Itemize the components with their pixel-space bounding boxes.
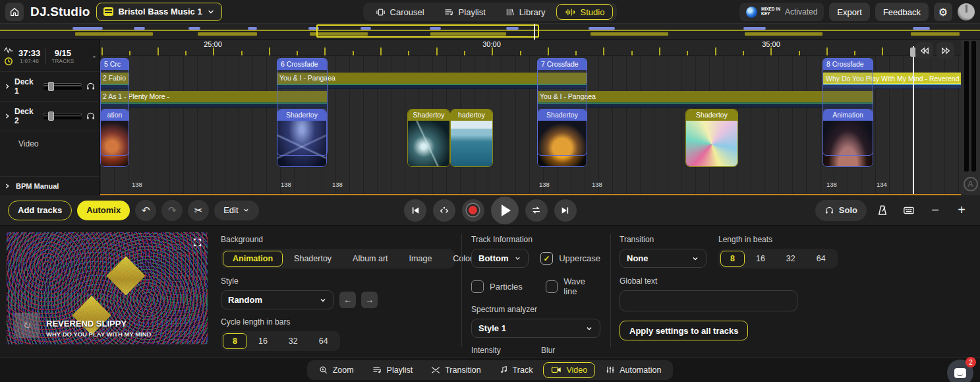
crossfade-block[interactable]: 7 Crossfade [537, 58, 587, 156]
wave-line-checkbox[interactable]: Wave line [546, 276, 600, 296]
transition-dropdown[interactable]: None [620, 249, 706, 268]
edit-menu-button[interactable]: Edit [214, 201, 258, 220]
particles-checkbox[interactable]: Particles [471, 280, 534, 293]
autoscroll-toggle[interactable]: A [964, 177, 978, 191]
home-button[interactable] [5, 3, 24, 21]
length-option-16[interactable]: 16 [746, 251, 775, 267]
feedback-button[interactable]: Feedback [875, 3, 929, 21]
minimap-playhead[interactable] [534, 24, 535, 40]
video-clip[interactable]: hadertoy [450, 109, 493, 167]
cycle-length-option-16[interactable]: 16 [248, 333, 277, 349]
background-option-shadertoy[interactable]: Shadertoy [284, 251, 341, 267]
undo-button[interactable]: ↶ [135, 200, 156, 221]
spectrum-style-value: Style 1 [478, 323, 506, 333]
timeline-ruler[interactable]: 25:0030:0035:00 [100, 40, 980, 56]
keyboard-shortcuts-button[interactable] [898, 200, 919, 221]
headphones-icon[interactable] [86, 82, 96, 91]
solo-button[interactable]: Solo [815, 200, 867, 221]
level-meter: A [961, 40, 980, 195]
panel-tab-track[interactable]: Track [492, 362, 541, 378]
mix-stats: 37:33 1:07:48 9/15 TRACKS - [0, 40, 100, 72]
style-next-button[interactable]: → [361, 292, 378, 308]
jump-forward-button[interactable] [937, 42, 954, 59]
panel-tab-transition[interactable]: Transition [423, 362, 488, 378]
tab-carousel[interactable]: Carousel [367, 4, 433, 20]
record-button[interactable] [462, 199, 484, 222]
mixed-in-key-badge[interactable]: MIXED IN KEY Activated [739, 3, 824, 21]
minimap-viewport[interactable] [316, 24, 539, 38]
global-text-input[interactable] [620, 290, 797, 311]
zoom-out-button[interactable]: − [925, 200, 946, 221]
panel-tabs: ZoomPlaylistTransitionTrackVideoAutomati… [307, 360, 674, 380]
cycle-length-option-32[interactable]: 32 [279, 333, 308, 349]
deck-1-row: Deck 1 [0, 72, 100, 102]
length-option-64[interactable]: 64 [807, 251, 836, 267]
export-button[interactable]: Export [829, 3, 870, 21]
crossfade-block[interactable]: 6 Crossfade [277, 58, 328, 156]
video-clip[interactable]: Shadertoy [407, 109, 450, 167]
skip-to-end-button[interactable] [554, 199, 577, 222]
minimap-crossfade-marker [589, 27, 615, 30]
deck-1-volume-slider[interactable] [43, 82, 82, 90]
cycle-length-options: 8163264 [221, 331, 340, 351]
bpm-label: 138 [592, 181, 602, 188]
jump-back-button[interactable] [915, 42, 933, 59]
zoom-in-button[interactable]: + [951, 200, 972, 221]
chevron-right-icon[interactable] [4, 82, 11, 90]
metronome-button[interactable] [872, 200, 893, 221]
panel-tab-zoom[interactable]: Zoom [311, 362, 362, 378]
uppercase-checkbox[interactable]: ✓Uppercase [540, 252, 600, 265]
project-selector[interactable]: Bristol Bass Music 1 [96, 3, 221, 21]
video-preview[interactable]: ↻ REVEREND SLIPPY WHY DO YOU PLAY WITH M… [7, 232, 208, 344]
chevron-right-icon[interactable] [4, 112, 11, 120]
video-clip[interactable]: Shadertoy [685, 109, 738, 167]
timeline-minimap[interactable] [0, 24, 980, 40]
chevron-down-icon [585, 325, 593, 333]
ruler-time-label: 25:00 [204, 40, 222, 48]
mixed-in-key-brand: MIXED IN KEY [761, 7, 781, 16]
tab-studio[interactable]: Studio [557, 4, 614, 20]
loop-button[interactable] [525, 199, 548, 222]
ruler-tick [353, 51, 354, 55]
fullscreen-icon[interactable] [192, 238, 202, 247]
chat-launcher[interactable]: 2 [947, 360, 973, 382]
split-at-playhead-button[interactable] [433, 199, 455, 222]
style-dropdown[interactable]: Random [221, 290, 334, 309]
length-option-32[interactable]: 32 [776, 251, 805, 267]
apply-settings-button[interactable]: Apply settings to all tracks [620, 321, 748, 340]
tab-library[interactable]: Library [497, 4, 554, 20]
cut-button[interactable]: ✂ [188, 200, 209, 221]
length-option-8[interactable]: 8 [720, 251, 745, 267]
track-information-label: Track Information [471, 235, 600, 244]
cycle-length-option-8[interactable]: 8 [223, 333, 247, 349]
panel-tab-playlist[interactable]: Playlist [364, 362, 421, 378]
redo-button[interactable]: ↷ [161, 200, 183, 221]
crossfade-block[interactable]: 5 Crc [100, 58, 129, 156]
style-label: Style [221, 276, 455, 286]
tab-playlist[interactable]: Playlist [436, 4, 494, 20]
text-position-dropdown[interactable]: Bottom [471, 249, 529, 268]
skip-to-start-button[interactable] [404, 199, 426, 222]
panel-tab-automation[interactable]: Automation [598, 362, 669, 378]
crossfade-block[interactable]: 8 Crossfade [822, 58, 873, 156]
user-avatar[interactable] [958, 3, 975, 20]
cycle-length-option-64[interactable]: 64 [309, 333, 338, 349]
bpm-label: 138 [332, 181, 343, 188]
deck-2-volume-slider[interactable] [43, 112, 82, 120]
ruler-tick [101, 48, 103, 55]
spectrum-style-dropdown[interactable]: Style 1 [471, 319, 600, 338]
timeline-canvas[interactable]: 25:0030:0035:002 FabioYou & I - PangaeaW… [100, 40, 980, 195]
background-option-animation[interactable]: Animation [223, 251, 283, 267]
automix-button[interactable]: Automix [77, 201, 130, 220]
bpm-manual-row[interactable]: BPM Manual [0, 176, 100, 195]
background-option-album-art[interactable]: Album art [343, 251, 398, 267]
panel-tab-video[interactable]: Video [543, 362, 595, 378]
background-option-image[interactable]: Image [399, 251, 442, 267]
timeline-playhead[interactable] [913, 46, 914, 195]
style-prev-button[interactable]: ← [339, 292, 356, 308]
play-button[interactable] [491, 197, 519, 224]
chevron-down-icon [691, 255, 699, 263]
add-tracks-button[interactable]: Add tracks [8, 201, 72, 220]
headphones-icon[interactable] [86, 111, 96, 121]
settings-button[interactable]: ⚙ [934, 3, 952, 21]
